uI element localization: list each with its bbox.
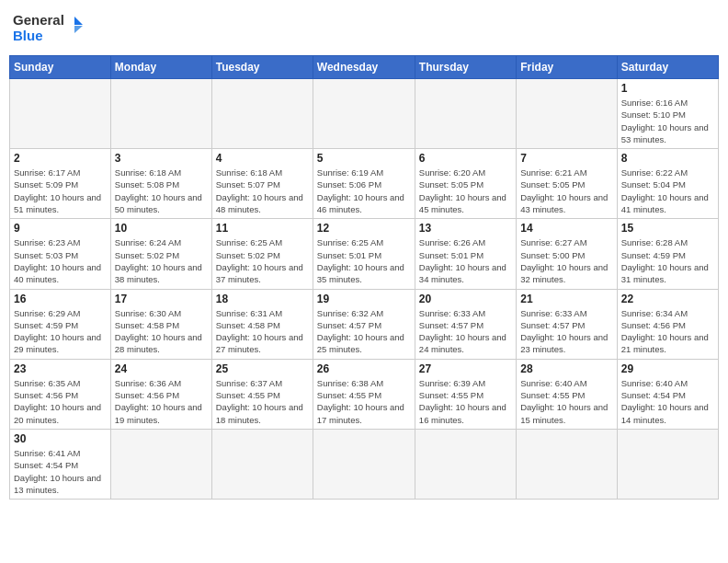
day-info: Sunrise: 6:37 AM Sunset: 4:55 PM Dayligh… (216, 377, 309, 426)
calendar-cell: 27Sunrise: 6:39 AM Sunset: 4:55 PM Dayli… (415, 359, 516, 429)
calendar-cell (415, 429, 516, 499)
calendar-row-2: 2Sunrise: 6:17 AM Sunset: 5:09 PM Daylig… (10, 149, 719, 219)
calendar-cell: 5Sunrise: 6:19 AM Sunset: 5:06 PM Daylig… (313, 149, 415, 219)
svg-marker-3 (74, 26, 83, 33)
calendar-cell (211, 429, 313, 499)
day-number: 5 (317, 152, 411, 165)
day-number: 28 (520, 362, 612, 375)
calendar-cell: 11Sunrise: 6:25 AM Sunset: 5:02 PM Dayli… (211, 219, 313, 289)
day-info: Sunrise: 6:26 AM Sunset: 5:01 PM Dayligh… (419, 236, 512, 285)
day-number: 17 (115, 293, 208, 305)
day-info: Sunrise: 6:21 AM Sunset: 5:05 PM Dayligh… (520, 167, 612, 215)
day-number: 13 (419, 222, 512, 235)
day-number: 18 (216, 293, 309, 305)
calendar-cell (415, 79, 516, 149)
calendar-cell: 3Sunrise: 6:18 AM Sunset: 5:08 PM Daylig… (110, 149, 211, 219)
calendar-cell: 29Sunrise: 6:40 AM Sunset: 4:54 PM Dayli… (617, 359, 718, 429)
calendar-row-1: 1Sunrise: 6:16 AM Sunset: 5:10 PM Daylig… (10, 79, 719, 149)
day-info: Sunrise: 6:25 AM Sunset: 5:01 PM Dayligh… (317, 236, 411, 285)
calendar-cell: 7Sunrise: 6:21 AM Sunset: 5:05 PM Daylig… (517, 149, 617, 219)
day-info: Sunrise: 6:34 AM Sunset: 4:56 PM Dayligh… (621, 307, 714, 356)
day-info: Sunrise: 6:17 AM Sunset: 5:09 PM Dayligh… (14, 167, 107, 215)
weekday-header-tuesday: Tuesday (211, 56, 313, 79)
day-info: Sunrise: 6:18 AM Sunset: 5:08 PM Dayligh… (115, 167, 208, 215)
day-number: 24 (115, 362, 208, 375)
calendar-cell: 6Sunrise: 6:20 AM Sunset: 5:05 PM Daylig… (415, 149, 516, 219)
day-number: 10 (115, 222, 208, 235)
day-number: 22 (621, 293, 714, 305)
calendar-cell: 14Sunrise: 6:27 AM Sunset: 5:00 PM Dayli… (517, 219, 617, 289)
day-info: Sunrise: 6:23 AM Sunset: 5:03 PM Dayligh… (14, 236, 107, 285)
calendar-cell (313, 79, 415, 149)
calendar-cell: 28Sunrise: 6:40 AM Sunset: 4:55 PM Dayli… (517, 359, 617, 429)
day-number: 19 (317, 293, 411, 305)
day-number: 16 (14, 293, 107, 305)
day-number: 25 (216, 362, 309, 375)
day-info: Sunrise: 6:29 AM Sunset: 4:59 PM Dayligh… (14, 307, 107, 356)
calendar-cell: 22Sunrise: 6:34 AM Sunset: 4:56 PM Dayli… (617, 289, 718, 359)
calendar-row-6: 30Sunrise: 6:41 AM Sunset: 4:54 PM Dayli… (10, 429, 719, 499)
calendar-cell (211, 79, 313, 149)
day-number: 1 (621, 82, 714, 95)
day-number: 29 (621, 362, 714, 375)
calendar-cell: 15Sunrise: 6:28 AM Sunset: 4:59 PM Dayli… (617, 219, 718, 289)
svg-text:Blue: Blue (13, 28, 43, 43)
calendar-cell: 24Sunrise: 6:36 AM Sunset: 4:56 PM Dayli… (110, 359, 211, 429)
header: GeneralBlue (9, 9, 719, 48)
weekday-header-monday: Monday (110, 56, 211, 79)
day-number: 6 (419, 152, 512, 165)
weekday-header-wednesday: Wednesday (313, 56, 415, 79)
calendar-cell: 21Sunrise: 6:33 AM Sunset: 4:57 PM Dayli… (517, 289, 617, 359)
day-number: 8 (621, 152, 714, 165)
day-info: Sunrise: 6:30 AM Sunset: 4:58 PM Dayligh… (115, 307, 208, 356)
calendar-cell (617, 429, 718, 499)
day-info: Sunrise: 6:16 AM Sunset: 5:10 PM Dayligh… (621, 97, 714, 145)
day-info: Sunrise: 6:22 AM Sunset: 5:04 PM Dayligh… (621, 167, 714, 215)
calendar-cell (110, 429, 211, 499)
calendar-cell: 9Sunrise: 6:23 AM Sunset: 5:03 PM Daylig… (10, 219, 111, 289)
weekday-header-thursday: Thursday (415, 56, 516, 79)
calendar-cell: 8Sunrise: 6:22 AM Sunset: 5:04 PM Daylig… (617, 149, 718, 219)
day-number: 12 (317, 222, 411, 235)
calendar-cell: 19Sunrise: 6:32 AM Sunset: 4:57 PM Dayli… (313, 289, 415, 359)
calendar-cell: 4Sunrise: 6:18 AM Sunset: 5:07 PM Daylig… (211, 149, 313, 219)
day-number: 9 (14, 222, 107, 235)
calendar-cell (517, 429, 617, 499)
day-info: Sunrise: 6:35 AM Sunset: 4:56 PM Dayligh… (14, 377, 107, 426)
calendar-cell: 23Sunrise: 6:35 AM Sunset: 4:56 PM Dayli… (10, 359, 111, 429)
calendar-cell (313, 429, 415, 499)
day-number: 2 (14, 152, 107, 165)
day-number: 30 (14, 432, 107, 445)
day-number: 15 (621, 222, 714, 235)
calendar-cell: 25Sunrise: 6:37 AM Sunset: 4:55 PM Dayli… (211, 359, 313, 429)
calendar-cell: 16Sunrise: 6:29 AM Sunset: 4:59 PM Dayli… (10, 289, 111, 359)
day-info: Sunrise: 6:28 AM Sunset: 4:59 PM Dayligh… (621, 236, 714, 285)
svg-text:General: General (13, 12, 64, 28)
day-info: Sunrise: 6:39 AM Sunset: 4:55 PM Dayligh… (419, 377, 512, 426)
svg-marker-2 (74, 17, 83, 25)
day-info: Sunrise: 6:36 AM Sunset: 4:56 PM Dayligh… (115, 377, 208, 426)
weekday-header-row: SundayMondayTuesdayWednesdayThursdayFrid… (10, 56, 719, 79)
calendar-cell: 13Sunrise: 6:26 AM Sunset: 5:01 PM Dayli… (415, 219, 516, 289)
calendar: SundayMondayTuesdayWednesdayThursdayFrid… (9, 55, 719, 500)
calendar-cell: 1Sunrise: 6:16 AM Sunset: 5:10 PM Daylig… (617, 79, 718, 149)
day-number: 7 (520, 152, 612, 165)
logo-svg: GeneralBlue (13, 9, 86, 48)
calendar-row-5: 23Sunrise: 6:35 AM Sunset: 4:56 PM Dayli… (10, 359, 719, 429)
day-number: 27 (419, 362, 512, 375)
calendar-cell (10, 79, 111, 149)
calendar-cell: 20Sunrise: 6:33 AM Sunset: 4:57 PM Dayli… (415, 289, 516, 359)
calendar-cell (517, 79, 617, 149)
day-info: Sunrise: 6:40 AM Sunset: 4:55 PM Dayligh… (520, 377, 612, 426)
day-info: Sunrise: 6:32 AM Sunset: 4:57 PM Dayligh… (317, 307, 411, 356)
calendar-cell: 2Sunrise: 6:17 AM Sunset: 5:09 PM Daylig… (10, 149, 111, 219)
day-number: 14 (520, 222, 612, 235)
day-info: Sunrise: 6:27 AM Sunset: 5:00 PM Dayligh… (520, 236, 612, 285)
logo: GeneralBlue (13, 9, 86, 48)
day-info: Sunrise: 6:41 AM Sunset: 4:54 PM Dayligh… (14, 447, 107, 496)
day-info: Sunrise: 6:24 AM Sunset: 5:02 PM Dayligh… (115, 236, 208, 285)
day-number: 23 (14, 362, 107, 375)
day-info: Sunrise: 6:25 AM Sunset: 5:02 PM Dayligh… (216, 236, 309, 285)
day-info: Sunrise: 6:31 AM Sunset: 4:58 PM Dayligh… (216, 307, 309, 356)
day-info: Sunrise: 6:33 AM Sunset: 4:57 PM Dayligh… (419, 307, 512, 356)
